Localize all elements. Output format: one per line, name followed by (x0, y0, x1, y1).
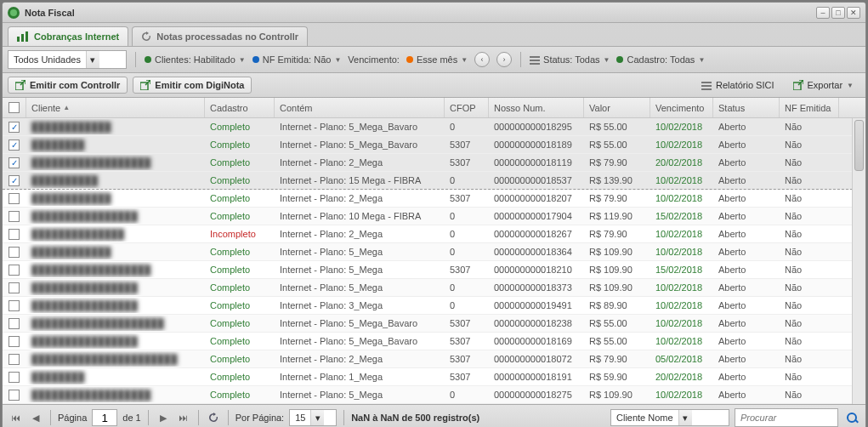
cell-contem: Internet - Plano: 5_Mega (275, 387, 445, 402)
next-page-button[interactable]: ▶ (156, 410, 171, 425)
filter-nf-emitida[interactable]: NF Emitida: Não ▼ (252, 54, 342, 65)
row-checkbox-cell (3, 351, 26, 367)
col-checkbox[interactable] (3, 98, 26, 117)
tab-cobrancas[interactable]: Cobranças Internet (8, 26, 128, 46)
vertical-scrollbar[interactable] (852, 118, 865, 404)
cell-status: Aberto (713, 173, 780, 188)
table-row[interactable]: ✓██████████CompletoInternet - Plano: 15 … (3, 172, 865, 190)
table-row[interactable]: ████████████████CompletoInternet - Plano… (3, 333, 865, 350)
checkbox[interactable] (9, 102, 20, 113)
search-by-select[interactable]: Cliente Nome ▾ (610, 409, 729, 426)
table-row[interactable]: ████████████████CompletoInternet - Plano… (3, 297, 865, 315)
cell-cliente: ██████████████ (26, 226, 205, 242)
dot-icon (406, 56, 413, 63)
col-status-label: Status (718, 103, 745, 113)
checkbox[interactable] (9, 265, 20, 276)
first-page-button[interactable]: ⏮ (8, 410, 23, 425)
table-row[interactable]: ██████████████████CompletoInternet - Pla… (3, 261, 865, 279)
checkbox[interactable] (9, 300, 20, 311)
cell-nf: Não (780, 173, 839, 188)
col-contem[interactable]: Contém (275, 98, 445, 117)
cell-vencimento: 10/02/2018 (650, 191, 713, 206)
checkbox[interactable]: ✓ (9, 157, 20, 168)
checkbox[interactable] (9, 247, 20, 258)
por-pagina-label: Por Página: (235, 413, 284, 423)
checkbox[interactable] (9, 211, 20, 222)
table-row[interactable]: ████████████████████CompletoInternet - P… (3, 315, 865, 333)
col-valor[interactable]: Valor (584, 98, 650, 117)
relatorio-sici-button[interactable]: Relatório SICI (695, 77, 780, 93)
prev-page-button[interactable]: ◀ (28, 410, 43, 425)
row-checkbox-cell (3, 244, 26, 260)
col-cliente[interactable]: Cliente▲ (26, 98, 205, 117)
emitir-diginota-button[interactable]: Emitir com DigiNota (133, 77, 252, 94)
table-row[interactable]: ████████CompletoInternet - Plano: 1_Mega… (3, 368, 865, 386)
table-row[interactable]: ████████████████CompletoInternet - Plano… (3, 279, 865, 297)
row-checkbox-cell (3, 333, 26, 350)
col-contem-label: Contém (280, 103, 313, 113)
filter-status[interactable]: Status: Todas ▼ (530, 54, 610, 65)
checkbox[interactable] (9, 372, 20, 383)
exportar-button[interactable]: Exportar ▼ (786, 77, 861, 93)
checkbox[interactable]: ✓ (9, 175, 20, 186)
checkbox[interactable] (9, 318, 20, 329)
table-row[interactable]: ██████████████████CompletoInternet - Pla… (3, 386, 865, 404)
table-row[interactable]: ✓██████████████████CompletoInternet - Pl… (3, 154, 865, 172)
col-nosso-num[interactable]: Nosso Num. (489, 98, 584, 117)
checkbox[interactable]: ✓ (9, 139, 20, 151)
table-row[interactable]: ██████████████IncompletoInternet - Plano… (3, 225, 865, 243)
minimize-button[interactable]: – (816, 7, 830, 19)
maximize-button[interactable]: □ (831, 7, 845, 19)
per-page-select[interactable]: 15 ▾ (289, 409, 337, 426)
row-checkbox-cell (3, 226, 26, 242)
table-row[interactable]: ██████████████████████CompletoInternet -… (3, 350, 865, 368)
col-cfop[interactable]: CFOP (445, 98, 489, 117)
unidade-select[interactable]: Todos Unidades ▾ (8, 50, 127, 69)
col-vencimento[interactable]: Vencimento (650, 98, 713, 117)
chevron-down-icon: ▼ (461, 56, 468, 64)
table-row[interactable]: ████████████████CompletoInternet - Plano… (3, 208, 865, 225)
next-period-button[interactable]: › (496, 52, 512, 67)
checkbox[interactable] (9, 229, 20, 240)
cell-contem: Internet - Plano: 2_Mega (275, 351, 445, 367)
cell-cliente: ████████████ (26, 119, 205, 134)
cell-nf: Não (780, 333, 839, 349)
cell-contem: Internet - Plano: 10 Mega - FIBRA (275, 208, 445, 224)
cell-cliente: ████████ (26, 369, 205, 384)
search-input[interactable] (735, 413, 837, 423)
cell-contem: Internet - Plano: 2_Mega (275, 191, 445, 206)
cell-status: Aberto (713, 262, 780, 277)
checkbox[interactable] (9, 390, 20, 401)
filter-cadastro[interactable]: Cadastro: Todas ▼ (616, 54, 705, 65)
separator (50, 410, 51, 425)
table-row[interactable]: ✓████████████CompletoInternet - Plano: 5… (3, 118, 865, 136)
cell-nosso-num: 000000000018189 (489, 137, 584, 152)
cell-cadastro: Completo (205, 316, 275, 331)
emitir-controllr-button[interactable]: Emitir com Controllr (8, 77, 128, 94)
checkbox[interactable] (9, 354, 20, 365)
toolbar: Emitir com Controllr Emitir com DigiNota… (3, 73, 865, 98)
search-button[interactable] (843, 409, 860, 426)
tab-notas-processadas[interactable]: Notas processadas no Controllr (132, 26, 308, 46)
cell-cfop: 5307 (445, 333, 489, 349)
close-button[interactable]: ✕ (847, 7, 860, 19)
export-icon (140, 80, 150, 90)
scrollbar-thumb[interactable] (854, 120, 864, 171)
col-cadastro[interactable]: Cadastro (205, 98, 275, 117)
refresh-button[interactable] (206, 410, 221, 425)
col-status[interactable]: Status (713, 98, 780, 117)
prev-period-button[interactable]: ‹ (474, 52, 490, 67)
checkbox[interactable] (9, 193, 20, 204)
checkbox[interactable] (9, 282, 20, 293)
filter-clientes[interactable]: Clientes: Habilitado ▼ (145, 54, 246, 65)
col-nf-emitida[interactable]: NF Emitida (780, 98, 839, 117)
table-row[interactable]: ████████████CompletoInternet - Plano: 2_… (3, 190, 865, 208)
table-row[interactable]: ✓████████CompletoInternet - Plano: 5_Meg… (3, 136, 865, 154)
page-input[interactable] (92, 409, 117, 426)
checkbox[interactable]: ✓ (9, 122, 20, 133)
cell-nf: Não (780, 155, 839, 170)
last-page-button[interactable]: ⏭ (176, 410, 191, 425)
filter-vencimento[interactable]: Esse mês ▼ (406, 54, 468, 65)
checkbox[interactable] (9, 336, 20, 347)
table-row[interactable]: ████████████CompletoInternet - Plano: 5_… (3, 243, 865, 261)
